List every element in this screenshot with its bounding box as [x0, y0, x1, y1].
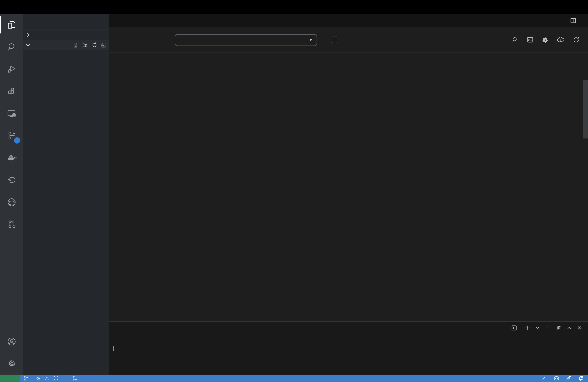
git-graph-status-item[interactable] — [63, 375, 69, 382]
git-graph-view: ▼ — [109, 27, 588, 321]
branch-status-item[interactable] — [20, 375, 33, 382]
explorer-sidebar — [23, 14, 109, 375]
status-bar: ⊗ ⚠ ⓘ ✓ — [0, 375, 588, 382]
feedback-status-icon[interactable] — [563, 375, 575, 382]
activity-explorer-icon[interactable] — [0, 14, 23, 36]
activity-bar — [0, 14, 23, 375]
split-editor-icon[interactable] — [570, 17, 576, 23]
activity-github-icon[interactable] — [0, 191, 23, 213]
activity-remote-explorer-icon[interactable] — [0, 102, 23, 125]
chevron-right-icon — [26, 32, 30, 37]
spell-check-icon: ✓ — [542, 376, 546, 381]
activity-search-icon[interactable] — [0, 36, 23, 58]
shell-icon — [512, 325, 517, 330]
kill-terminal-icon[interactable] — [556, 325, 562, 330]
settings-gear-icon[interactable] — [0, 352, 23, 375]
terminal-shell-item[interactable] — [512, 325, 519, 330]
cloud-download-icon[interactable] — [557, 37, 565, 43]
activity-extensions-icon[interactable] — [0, 80, 23, 102]
branches-dropdown[interactable]: ▼ — [175, 34, 317, 46]
problems-status-item[interactable]: ⊗ ⚠ ⓘ — [33, 375, 63, 382]
commit-table-header — [109, 53, 588, 66]
settings-icon[interactable] — [542, 36, 549, 43]
new-folder-icon[interactable] — [82, 42, 88, 48]
activity-undo-history-icon[interactable] — [0, 169, 23, 191]
spell-status-item[interactable]: ✓ — [539, 375, 550, 382]
maximize-panel-icon[interactable] — [567, 325, 572, 330]
scm-badge — [14, 137, 20, 144]
tab-bar — [109, 14, 588, 27]
branch-icon — [23, 376, 28, 381]
terminal-icon[interactable] — [526, 37, 534, 43]
scrollbar-thumb[interactable] — [583, 80, 588, 138]
split-terminal-icon[interactable] — [546, 325, 551, 330]
find-commit-icon[interactable] — [512, 37, 518, 43]
activity-pull-requests-icon[interactable] — [0, 213, 23, 235]
close-panel-icon[interactable]: ✕ — [577, 325, 582, 331]
refresh-explorer-icon[interactable] — [92, 42, 97, 48]
info-icon: ⓘ — [54, 375, 58, 382]
bottom-panel: ✕ — [109, 321, 588, 375]
title-bar — [0, 0, 588, 14]
chevron-down-icon — [26, 42, 30, 47]
vscode-window: ▼ — [0, 0, 588, 382]
remote-indicator[interactable] — [0, 375, 20, 382]
dropdown-arrow-icon: ▼ — [309, 38, 313, 42]
terminal-output[interactable] — [109, 334, 588, 352]
errors-icon: ⊗ — [36, 376, 40, 381]
new-file-icon[interactable] — [73, 42, 78, 48]
activity-run-debug-icon[interactable] — [0, 58, 23, 80]
workspace-section-header[interactable] — [23, 40, 109, 50]
terminal-dropdown-icon[interactable] — [536, 326, 540, 330]
pull-request-status-item[interactable] — [69, 375, 82, 382]
activity-source-control-icon[interactable] — [0, 125, 23, 147]
account-icon[interactable] — [0, 330, 23, 352]
commit-table — [109, 66, 588, 321]
copilot-status-icon[interactable] — [550, 375, 563, 382]
commit-graph — [109, 66, 199, 321]
warnings-icon: ⚠ — [45, 376, 49, 381]
activity-docker-icon[interactable] — [0, 147, 23, 169]
open-editors-section[interactable] — [23, 30, 109, 40]
new-terminal-icon[interactable] — [525, 325, 530, 330]
pull-request-icon — [72, 376, 77, 381]
terminal-cursor — [113, 346, 116, 351]
notifications-bell-icon[interactable] — [575, 375, 588, 382]
show-remote-branches-checkbox[interactable] — [332, 37, 338, 43]
collapse-folders-icon[interactable] — [101, 42, 106, 48]
refresh-icon[interactable] — [573, 37, 579, 43]
